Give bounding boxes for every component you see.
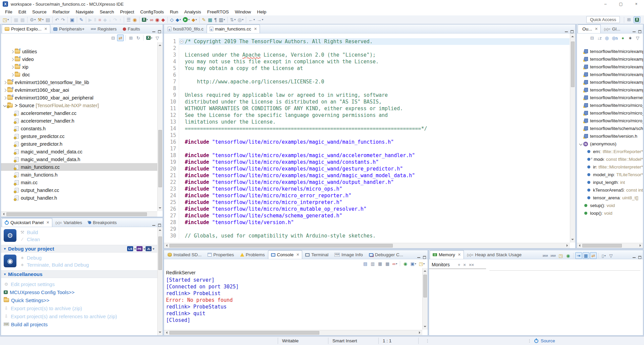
- scroll-down-icon[interactable]: [159, 207, 161, 210]
- debug-select-icon[interactable]: ◆▾: [174, 16, 182, 23]
- build-log-icon[interactable]: ▤: [45, 16, 51, 23]
- view-menu-icon[interactable]: ▽: [634, 34, 641, 41]
- outline-item-tensorflow-lite-schema-schema-generated-h[interactable]: tensorflow/lite/schema/schema_generated.…: [577, 125, 643, 132]
- editor-tab-main-functions-cc[interactable]: main_functions.cc✕: [207, 24, 260, 33]
- step-into-icon[interactable]: ↓: [108, 16, 112, 23]
- trace-icon[interactable]: ◉: [154, 16, 160, 23]
- explorer-tab-peripherals[interactable]: Peripherals+: [50, 24, 88, 33]
- code-line[interactable]: 8: [164, 85, 570, 92]
- outline-item-tensorflow-lite-micro-micro-interpreter-h[interactable]: tensorflow/lite/micro/micro_interpreter.…: [577, 109, 643, 117]
- link-renderings-icon[interactable]: ⇄: [590, 252, 597, 259]
- code-line[interactable]: 2: [164, 45, 570, 52]
- resume-icon[interactable]: ▶: [88, 16, 93, 23]
- tree-item-constants-h[interactable]: constants.h: [1, 125, 157, 132]
- collapse-fold-icon[interactable]: [180, 40, 183, 44]
- step-return-icon[interactable]: ↑: [118, 16, 122, 23]
- layout-icon[interactable]: ▯▾: [600, 252, 607, 259]
- minimize-icon[interactable]: [633, 257, 636, 258]
- split-rendering-icon[interactable]: ▦: [583, 252, 589, 259]
- minimize-icon[interactable]: [633, 31, 636, 32]
- scroll-right-icon[interactable]: [640, 244, 642, 247]
- outline-item-tensorflow-lite-micro-examples-magic-wand-accelerometer-handler-h[interactable]: tensorflow/lite/micro/examples/magic_wan…: [577, 55, 643, 63]
- code-line[interactable]: 21#include "tensorflow/lite/micro/exampl…: [164, 172, 570, 179]
- twistie-icon[interactable]: [10, 50, 15, 53]
- show-whitespace-icon[interactable]: ¶: [213, 16, 218, 23]
- dropdown-arrow-icon[interactable]: ▾: [151, 37, 152, 40]
- quickstart-tab-quickstart-panel[interactable]: Quickstart Panel✕: [2, 218, 52, 227]
- menu-navigate[interactable]: Navigate: [73, 9, 97, 15]
- misc-section-header[interactable]: ▾ Miscellaneous: [1, 270, 157, 278]
- build-icon[interactable]: ⚒▾: [37, 16, 45, 23]
- explorer-tab-registers[interactable]: 1010Registers: [88, 24, 120, 33]
- scroll-left-icon[interactable]: [2, 213, 4, 215]
- code-line[interactable]: 12See the License for the specific langu…: [164, 112, 570, 119]
- dropdown-arrow-icon[interactable]: ▾: [179, 18, 181, 21]
- minimize-icon[interactable]: [417, 257, 420, 258]
- undo-icon[interactable]: ↶: [54, 16, 60, 23]
- outline-item-anonymous[interactable]: (anonymous): [577, 140, 643, 148]
- debug-new-icon[interactable]: ◇: [169, 16, 175, 23]
- code-line[interactable]: 6: [164, 72, 570, 78]
- code-line[interactable]: 20#include "tensorflow/lite/micro/exampl…: [164, 165, 570, 172]
- code-line[interactable]: 22#include "tensorflow/lite/micro/exampl…: [164, 179, 570, 186]
- back-history-icon[interactable]: ←▾: [248, 16, 256, 23]
- close-icon[interactable]: ✕: [44, 27, 47, 31]
- code-line[interactable]: 10distributed under the License is distr…: [164, 98, 570, 105]
- tree-item-utilities[interactable]: utilities: [1, 48, 157, 55]
- menu-edit[interactable]: Edit: [15, 9, 29, 15]
- scrollbar-thumb[interactable]: [158, 236, 162, 270]
- code-line[interactable]: 25#include "tensorflow/lite/micro/micro_…: [164, 199, 570, 206]
- sort-updown-icon[interactable]: ⇅▾: [229, 16, 237, 23]
- console-tab-console[interactable]: Console✕: [268, 250, 303, 259]
- quickstart-tab-breakpoints[interactable]: Breakpoints: [85, 218, 120, 227]
- profile-run-icon[interactable]: ◆▾: [191, 16, 198, 23]
- editor-tab-fxos8700-fifo-c[interactable]: fxos8700_fifo.c: [165, 24, 207, 33]
- minimize-icon[interactable]: [565, 31, 568, 32]
- jlink-swo-icon[interactable]: ∞: [149, 16, 154, 23]
- maximize-button[interactable]: ▢: [613, 0, 629, 8]
- remove-monitor-icon[interactable]: ×: [463, 262, 466, 267]
- dropdown-arrow-icon[interactable]: ▾: [234, 18, 236, 21]
- probe-ls-button[interactable]: LS: [127, 246, 133, 251]
- suspend-icon[interactable]: Ⅱ: [93, 16, 97, 23]
- link-debug-context-icon[interactable]: ⇥: [575, 252, 582, 259]
- dropdown-arrow-icon[interactable]: ▾: [224, 18, 225, 21]
- twistie-icon[interactable]: [2, 88, 7, 91]
- quickstart-tab-variables[interactable]: (x)=Variables: [52, 218, 85, 227]
- outline-item-tensorflow-lite-micro-examples-magic-wand-constants-h[interactable]: tensorflow/lite/micro/examples/magic_wan…: [577, 63, 643, 71]
- outline-item-tensorflow-lite-micro-examples-magic-wand-magic-wand-model-data-h[interactable]: tensorflow/lite/micro/examples/magic_wan…: [577, 78, 643, 86]
- menu-analysis[interactable]: Analysis: [181, 9, 204, 15]
- outline-tab-gl[interactable]: (x)=Gl...: [601, 24, 623, 33]
- tree-item-magic-wand-model-data-cc[interactable]: magic_wand_model_data.cc: [1, 148, 157, 155]
- add-monitor-icon[interactable]: +: [458, 262, 461, 267]
- maximize-icon[interactable]: [638, 256, 641, 259]
- code-line[interactable]: 1/* Copyright 2019 The TensorFlow Author…: [164, 38, 570, 45]
- menu-run[interactable]: Run: [167, 9, 181, 15]
- tree-item-doc[interactable]: doc: [1, 71, 157, 78]
- dropdown-arrow-icon[interactable]: ▾: [254, 18, 255, 21]
- quickstart-link-build-all-projects[interactable]: 010Build all projects: [4, 320, 155, 328]
- quick-access-button[interactable]: Quick Access: [586, 16, 620, 23]
- console-tab-image-info[interactable]: 010Image Info: [331, 250, 366, 259]
- quickstart-link-clean[interactable]: ∕Clean: [20, 236, 40, 242]
- outline-item-tensorflow-lite-micro-examples-magic-wand-gesture-predictor-h[interactable]: tensorflow/lite/micro/examples/magic_wan…: [577, 71, 643, 78]
- tree-item-evkmimxrt1060-tensorflow-lite-lib[interactable]: evkmimxrt1060_tensorflow_lite_lib: [1, 78, 157, 86]
- outline-item-tensor-arena[interactable]: tensor_arena : uint8_t[]: [577, 194, 643, 202]
- new-memory-view-icon[interactable]: ◳: [557, 252, 564, 259]
- open-perspective-button[interactable]: ⊞: [626, 16, 632, 23]
- tree-item-gesture-predictor-cc[interactable]: gesture_predictor.cc: [1, 132, 157, 140]
- quickstart-link-debug[interactable]: ∗Debug: [20, 255, 89, 261]
- remove-all-monitors-icon[interactable]: ××: [469, 262, 474, 267]
- dropdown-arrow-icon[interactable]: ▾: [423, 262, 425, 265]
- scroll-down-icon[interactable]: [571, 239, 574, 242]
- forward-history-icon[interactable]: →▾: [256, 16, 264, 23]
- dropdown-arrow-icon[interactable]: ▾: [242, 18, 244, 21]
- tree-item-xip[interactable]: xip: [1, 63, 157, 71]
- menu-freertos[interactable]: FreeRTOS: [204, 9, 232, 15]
- scroll-down-icon[interactable]: [159, 332, 161, 334]
- outline-item-tensorflow-lite-micro-examples-magic-wand-output-handler-h[interactable]: tensorflow/lite/micro/examples/magic_wan…: [577, 86, 643, 94]
- outline-item-tensorflow-lite-micro-micro-error-reporter-h[interactable]: tensorflow/lite/micro/micro_error_report…: [577, 101, 643, 109]
- tree-item-output-handler-h[interactable]: output_handler.h: [1, 194, 157, 202]
- outline-item-interpreter[interactable]: interpreter : tflite::MicroInterpreter*: [577, 163, 643, 171]
- quickstart-link-export-project-s-to-archive-zip[interactable]: ⇩Export project(s) to archive (zip): [4, 304, 155, 312]
